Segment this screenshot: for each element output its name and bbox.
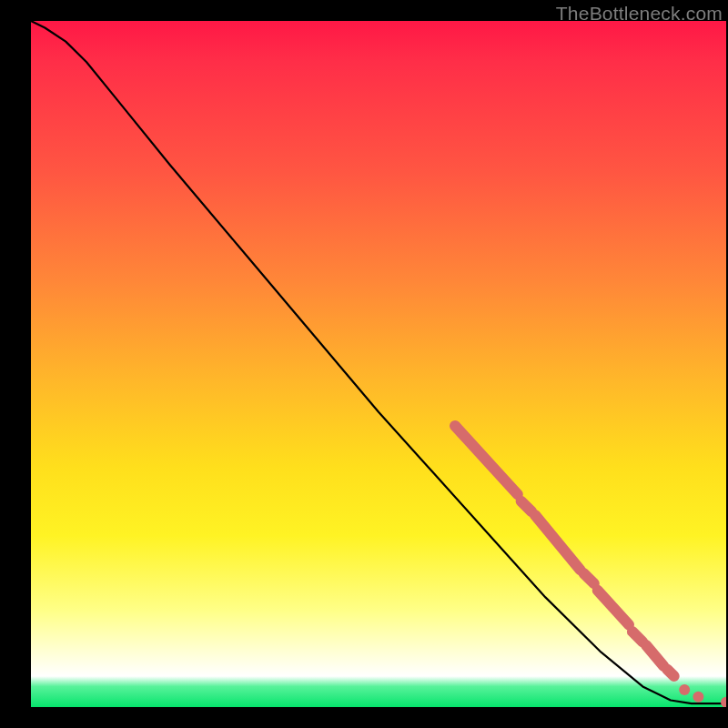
- marker-group: [455, 426, 726, 707]
- marker-segment: [521, 501, 532, 511]
- marker-segment: [646, 645, 663, 666]
- marker-dot: [693, 692, 703, 703]
- marker-dot: [679, 684, 690, 695]
- plot-area: [31, 21, 726, 707]
- marker-segment: [667, 670, 674, 677]
- marker-segment: [632, 632, 642, 642]
- marker-segment: [455, 426, 518, 494]
- marker-segment: [583, 573, 593, 583]
- marker-layer: [31, 21, 726, 707]
- marker-segment: [535, 515, 581, 570]
- chart-stage: TheBottleneck.com: [0, 0, 728, 728]
- watermark-text: TheBottleneck.com: [556, 3, 723, 25]
- marker-dot: [721, 697, 726, 707]
- marker-segment: [598, 591, 629, 625]
